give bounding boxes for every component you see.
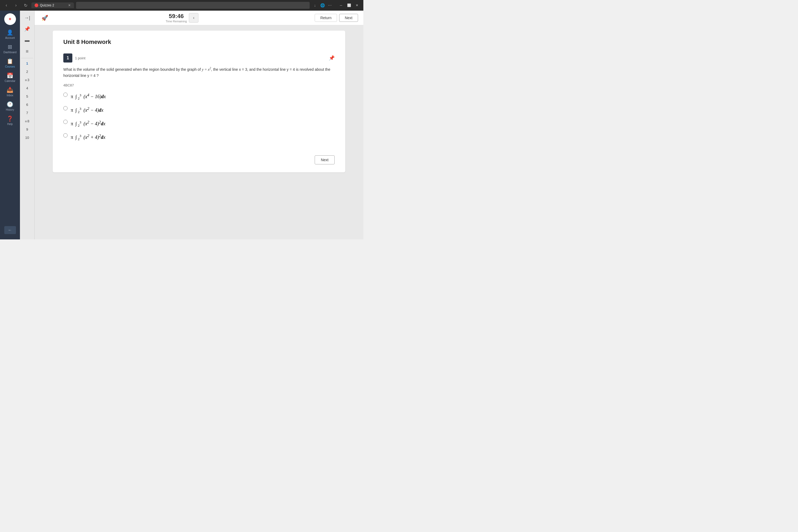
panel-list-icon[interactable]: ≡ [23,47,32,56]
history-icon: 🕐 [7,101,13,108]
sidebar-label-history: History [6,108,14,111]
top-bar: 🚀 59:46 Time Remaining ‹ Return Next [35,11,363,25]
timer-display: 59:46 Time Remaining [166,13,187,23]
formula-c: π ∫23 (x2 − 4)2dx [71,119,105,129]
sidebar-item-account[interactable]: 👤 Account [0,27,20,41]
calendar-icon: 📅 [7,72,13,79]
address-bar[interactable] [76,2,310,9]
sidebar-label-account: Account [5,36,15,39]
question-badge: 1 [63,54,72,62]
sidebar-item-dashboard[interactable]: ⊞ Dashboard [0,41,20,56]
browser-actions: ↓ 🌐 ⋯ [312,2,333,8]
top-bar-actions: Return Next [315,14,358,22]
question-number: 1 [67,56,69,60]
question-code: 4BC87 [63,83,335,87]
nav-refresh-button[interactable]: ↻ [22,2,29,9]
question-number-6[interactable]: 6 [23,101,32,108]
timer-value: 59:46 [166,13,187,20]
sidebar-bottom: ← [4,226,16,237]
question-text: What is the volume of the solid generate… [63,66,335,79]
quiz-title: Unit 8 Homework [63,39,335,45]
sidebar-label-inbox: Inbox [7,94,13,97]
app-container: ✦ 👤 Account ⊞ Dashboard 📋 Courses 📅 Cale… [0,11,363,240]
radio-c[interactable] [63,120,68,124]
panel-notebook-icon[interactable]: ▬ [23,36,32,45]
question-points: 1 point [75,56,86,60]
question-number-8[interactable]: 8 [23,118,32,124]
courses-icon: 📋 [7,58,13,64]
sidebar-label-calendar: Calendar [4,79,15,82]
tab-favicon [35,3,38,7]
timer-container: 59:46 Time Remaining ‹ [52,13,312,23]
question-number-2[interactable]: 2 [23,69,32,75]
sidebar-label-help: Help [7,122,13,126]
inbox-icon: 📥 [7,87,13,93]
radio-d[interactable] [63,133,68,137]
app-logo[interactable]: ✦ [4,13,16,25]
nav-forward-button[interactable]: › [12,2,20,9]
downloads-button[interactable]: ↓ [312,2,318,8]
formula-b: π ∫23 (x2 − 4)dx [71,105,103,115]
more-button[interactable]: ⋯ [327,2,333,8]
sidebar-item-inbox[interactable]: 📥 Inbox [0,84,20,99]
sidebar-item-courses[interactable]: 📋 Courses [0,56,20,70]
logo-icon: ✦ [8,16,12,22]
panel-arrow-icon[interactable]: →| [23,13,32,22]
timer-label: Time Remaining [166,20,187,23]
question-block: 1 1 point 📌 What is the volume of the so… [63,54,335,142]
answer-option-b[interactable]: π ∫23 (x2 − 4)dx [63,105,335,115]
radio-a[interactable] [63,93,68,97]
formula-d: π ∫23 (x2 + 4)2dx [71,132,105,142]
account-icon: 👤 [7,29,13,36]
answer-option-d[interactable]: π ∫23 (x2 + 4)2dx [63,132,335,142]
formula-a: π ∫23 (x4 − 16)dx [71,92,106,101]
panel-divider [21,58,33,58]
quiz-card: Unit 8 Homework 1 1 point 📌 What is the … [53,31,345,172]
answer-option-a[interactable]: π ∫23 (x4 − 16)dx [63,92,335,101]
pin-icon[interactable]: 📌 [329,55,335,61]
dashboard-icon: ⊞ [8,44,12,50]
question-number-7[interactable]: 7 [23,110,32,116]
sidebar-collapse-button[interactable]: ← [4,226,16,234]
question-header: 1 1 point 📌 [63,54,335,62]
next-button-bottom[interactable]: Next [315,155,335,165]
sidebar-label-courses: Courses [5,65,15,68]
tab-close-button[interactable]: ✕ [68,3,71,7]
next-button-top[interactable]: Next [339,14,358,22]
question-number-4[interactable]: 4 [23,85,32,91]
panel-pin-icon[interactable]: 📌 [23,24,32,34]
tab-title: Quizzes 2 [40,3,54,7]
sidebar-item-calendar[interactable]: 📅 Calendar [0,70,20,84]
minimize-button[interactable]: ─ [337,2,345,9]
question-number-10[interactable]: 10 [23,135,32,141]
question-text-before: What is the volume of the solid generate… [63,67,202,72]
browser-chrome: ‹ › ↻ Quizzes 2 ✕ ↓ 🌐 ⋯ ─ ⬜ ✕ [0,0,363,11]
question-number-3[interactable]: 3 [23,77,32,83]
return-button[interactable]: Return [315,14,337,22]
question-number-1[interactable]: 1 [23,60,32,66]
help-icon: ❓ [7,115,13,122]
timer-nav-button[interactable]: ‹ [189,13,198,23]
window-controls: ─ ⬜ ✕ [337,2,361,9]
sidebar-item-history[interactable]: 🕐 History [0,99,20,113]
answer-option-c[interactable]: π ∫23 (x2 − 4)2dx [63,119,335,129]
quiz-area: Unit 8 Homework 1 1 point 📌 What is the … [35,25,363,240]
main-content: 🚀 59:46 Time Remaining ‹ Return Next Uni… [35,11,363,240]
browser-tab[interactable]: Quizzes 2 ✕ [32,2,74,8]
nav-back-button[interactable]: ‹ [3,2,10,9]
sidebar-label-dashboard: Dashboard [3,51,17,54]
question-number-5[interactable]: 5 [23,93,32,99]
globe-button[interactable]: 🌐 [319,2,326,8]
close-button[interactable]: ✕ [353,2,361,9]
launch-icon[interactable]: 🚀 [40,13,50,23]
question-number-9[interactable]: 9 [23,126,32,132]
sidebar-item-help[interactable]: ❓ Help [0,113,20,128]
maximize-button[interactable]: ⬜ [345,2,353,9]
sidebar: ✦ 👤 Account ⊞ Dashboard 📋 Courses 📅 Cale… [0,11,20,240]
question-formula-inline: y = x2 [202,68,211,72]
question-panel: →| 📌 ▬ ≡ 1 2 3 4 5 6 7 8 9 10 [20,11,35,240]
quiz-footer: Next [63,150,335,165]
radio-b[interactable] [63,106,68,110]
